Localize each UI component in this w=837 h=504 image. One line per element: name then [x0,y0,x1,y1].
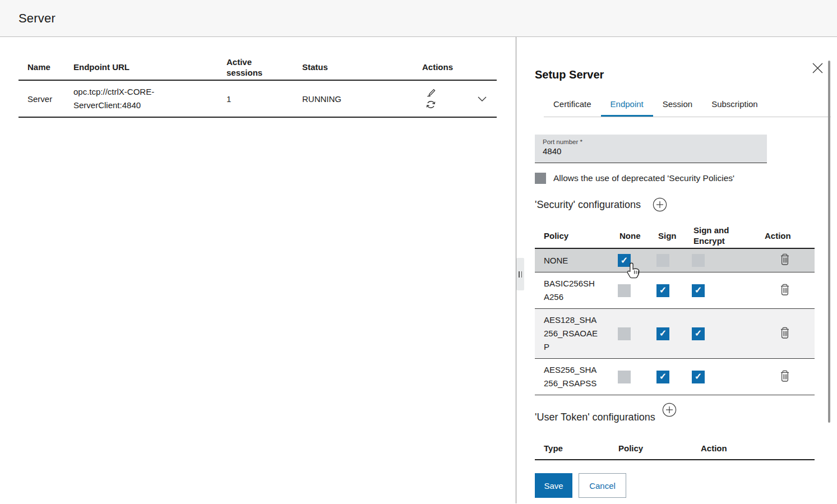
edit-icon [426,87,437,98]
add-user-token-config-button[interactable] [662,403,677,417]
page-header: Server [0,0,837,37]
setup-server-panel: Setup Server Certificate Endpoint Sessio… [516,37,837,503]
expand-row-button[interactable] [478,96,487,101]
security-table-row: BASIC256SHA256 [535,272,815,309]
column-header-endpoint-url: Endpoint URL [73,62,226,72]
column-header-action: Action [760,231,815,241]
user-token-table-header: Type Policy Action [535,437,815,460]
port-number-field[interactable]: Port number * [535,135,767,163]
checkbox-sign[interactable] [656,371,669,383]
plus-circle-icon [662,403,677,417]
status-cell: RUNNING [302,94,422,104]
deprecated-policies-checkbox[interactable] [535,173,546,184]
port-number-label: Port number * [543,138,767,145]
security-table-row: NONE [535,249,815,272]
security-table-header: Policy None Sign Sign and Encrypt Action [535,223,815,249]
panel-footer-buttons: Save Cancel [535,473,837,498]
checkbox-sign-and-encrypt[interactable] [692,254,705,267]
restart-server-button[interactable] [425,99,437,110]
close-icon [812,63,823,73]
tab-bar: Certificate Endpoint Session Subscriptio… [544,93,831,117]
trash-icon [779,284,790,296]
column-header-policy: Policy [535,231,618,241]
security-configurations-heading-row: 'Security' configurations [535,197,837,212]
deprecated-policies-label: Allows the use of deprecated 'Security P… [553,173,734,183]
checkbox-none[interactable] [618,254,631,267]
policy-name: BASIC256SHA256 [544,277,600,304]
checkbox-sign-and-encrypt[interactable] [692,284,705,297]
checkbox-sign[interactable] [656,327,669,340]
user-token-table: Type Policy Action [535,437,815,460]
trash-icon [779,327,790,339]
resize-grip-icon [521,271,522,278]
add-security-config-button[interactable] [653,197,667,212]
delete-row-button[interactable] [760,253,790,266]
server-table-header: Name Endpoint URL Active sessions Status… [19,54,497,81]
security-configurations-heading: 'Security' configurations [535,199,641,211]
policy-name: AES128_SHA256_RSAOAEP [544,313,600,354]
delete-row-button[interactable] [760,370,790,382]
endpoint-url-cell: opc.tcp://ctrlX-CORE-ServerClient:4840 [73,85,226,112]
column-header-status: Status [302,62,422,72]
tab-subscription[interactable]: Subscription [702,93,767,117]
trash-icon [779,253,790,266]
actions-cell [422,87,497,110]
column-header-actions: Actions [422,62,497,72]
delete-row-button[interactable] [760,284,790,296]
page-title: Server [19,11,56,26]
tab-endpoint[interactable]: Endpoint [601,93,653,117]
column-header-name: Name [19,62,73,72]
port-number-input[interactable] [543,145,756,156]
close-panel-button[interactable] [812,63,823,73]
user-token-configurations-heading-row: 'User Token' configurations [535,410,837,424]
checkbox-none[interactable] [618,371,631,383]
deprecated-policies-row: Allows the use of deprecated 'Security P… [535,173,837,184]
user-token-configurations-heading: 'User Token' configurations [535,411,655,423]
panel-scrollbar[interactable] [828,61,830,423]
column-header-sign: Sign [656,231,692,241]
checkbox-sign-and-encrypt[interactable] [692,327,705,340]
column-header-sign-and-encrypt: Sign and Encrypt [692,225,760,246]
edit-server-button[interactable] [425,87,437,98]
trash-icon [779,370,790,382]
policy-name: NONE [544,254,568,267]
server-table: Name Endpoint URL Active sessions Status… [19,54,497,118]
security-table-row: AES128_SHA256_RSAOAEP [535,309,815,359]
save-button[interactable]: Save [535,473,572,498]
security-table-row: AES256_SHA256_RSAPSS [535,359,815,395]
checkbox-none[interactable] [618,284,631,297]
column-header-action: Action [701,443,785,453]
checkbox-sign-and-encrypt[interactable] [692,371,705,383]
column-header-policy: Policy [618,443,701,453]
server-table-row: Server opc.tcp://ctrlX-CORE-ServerClient… [19,81,497,118]
server-name-cell: Server [19,94,73,104]
checkbox-none[interactable] [618,327,631,340]
active-sessions-cell: 1 [226,94,302,104]
column-header-active-sessions: Active sessions [226,57,302,78]
restart-icon [425,99,437,110]
cancel-button[interactable]: Cancel [579,473,626,498]
server-list-pane: Name Endpoint URL Active sessions Status… [0,37,516,503]
plus-circle-icon [653,197,667,212]
tab-session[interactable]: Session [653,93,702,117]
column-header-none: None [618,231,656,241]
checkbox-sign[interactable] [656,284,669,297]
policy-name: AES256_SHA256_RSAPSS [544,363,600,390]
tab-certificate[interactable]: Certificate [544,93,601,117]
panel-title: Setup Server [535,68,837,81]
column-header-type: Type [535,443,618,453]
checkbox-sign[interactable] [656,254,669,267]
chevron-down-icon [478,96,487,101]
panel-resize-handle[interactable] [516,258,524,290]
resize-grip-icon [519,271,520,278]
security-table: Policy None Sign Sign and Encrypt Action… [535,223,815,395]
delete-row-button[interactable] [760,327,790,339]
